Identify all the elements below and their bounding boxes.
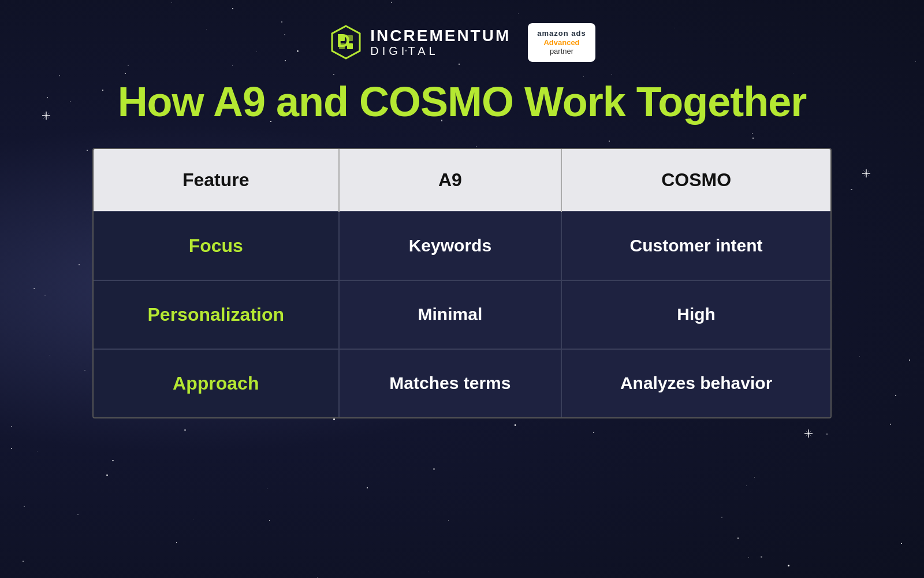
feature-focus: Focus [94,212,339,280]
amazon-badge: amazon ads Advanced partner [528,23,595,62]
col-header-feature: Feature [94,149,339,212]
svg-text:D: D [337,30,350,51]
a9-personalization-value: Minimal [339,280,562,349]
table-header-row: Feature A9 COSMO [94,149,830,212]
col-header-a9: A9 [339,149,562,212]
page-title: How A9 and COSMO Work Together [118,79,807,125]
cosmo-personalization-value: High [561,280,830,349]
table: Feature A9 COSMO Focus Keywords Customer… [94,149,830,417]
cosmo-approach-value: Analyzes behavior [561,349,830,417]
logo-icon: D [329,25,363,60]
table-row-approach: Approach Matches terms Analyzes behavior [94,349,830,417]
amazon-badge-line3: partner [550,47,573,56]
feature-approach: Approach [94,349,339,417]
feature-personalization: Personalization [94,280,339,349]
table-row-focus: Focus Keywords Customer intent [94,212,830,280]
logo-text: INCREMENTUM DIGITAL [370,28,511,57]
col-header-cosmo: COSMO [561,149,830,212]
logo-name-line1: INCREMENTUM [370,28,511,44]
a9-approach-value: Matches terms [339,349,562,417]
comparison-table: Feature A9 COSMO Focus Keywords Customer… [92,148,832,418]
logo: D INCREMENTUM DIGITAL [329,25,511,60]
amazon-badge-line2: Advanced [543,38,579,47]
header: D INCREMENTUM DIGITAL amazon ads Advance… [329,23,595,62]
table-row-personalization: Personalization Minimal High [94,280,830,349]
cosmo-focus-value: Customer intent [561,212,830,280]
table-body: Focus Keywords Customer intent Personali… [94,212,830,417]
amazon-badge-line1: amazon ads [537,29,586,38]
page-content: D INCREMENTUM DIGITAL amazon ads Advance… [0,0,924,418]
logo-name-line2: DIGITAL [370,45,438,57]
a9-focus-value: Keywords [339,212,562,280]
